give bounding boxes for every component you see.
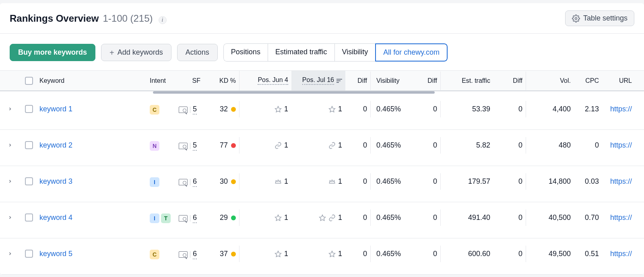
col-kd[interactable]: KD % xyxy=(204,72,239,90)
diff1-value: 0 xyxy=(345,101,370,117)
cpc-value: 0.03 xyxy=(574,173,602,190)
expand-row-icon[interactable] xyxy=(8,141,12,150)
select-all-checkbox[interactable] xyxy=(25,77,33,85)
col-visibility[interactable]: Visibility xyxy=(370,72,415,90)
diff3-value: 0 xyxy=(493,246,526,262)
intent-cell: IT xyxy=(147,209,175,227)
tab-estimated-traffic[interactable]: Estimated traffic xyxy=(268,43,334,62)
diff1-value: 0 xyxy=(345,137,370,154)
col-intent[interactable]: Intent xyxy=(147,72,175,90)
col-diff-3[interactable]: Diff xyxy=(493,72,526,90)
row-checkbox[interactable] xyxy=(25,177,33,185)
table-settings-button[interactable]: Table settings xyxy=(565,10,634,26)
cpc-value: 0.51 xyxy=(574,246,602,262)
traffic-value: 179.57 xyxy=(440,173,493,190)
expand-row-icon[interactable] xyxy=(8,105,12,113)
svg-marker-3 xyxy=(275,215,281,220)
plus-icon: + xyxy=(109,49,114,57)
crown-icon xyxy=(328,178,336,185)
view-tabs: PositionsEstimated trafficVisibilityAll … xyxy=(223,43,448,62)
row-checkbox[interactable] xyxy=(25,141,33,149)
keyword-link[interactable]: keyword 4 xyxy=(39,213,72,222)
info-icon[interactable]: i xyxy=(159,16,167,24)
pos2-value: 1 xyxy=(338,105,342,113)
horizontal-scroll-thumb[interactable] xyxy=(153,91,435,94)
star-icon xyxy=(275,214,282,222)
serp-preview-icon[interactable] xyxy=(179,179,188,185)
col-pos-jul16[interactable]: Pos. Jul 16 xyxy=(291,71,345,90)
col-sf[interactable]: SF xyxy=(175,72,204,90)
col-pos-jun4[interactable]: Pos. Jun 4 xyxy=(239,71,291,90)
row-checkbox[interactable] xyxy=(25,250,33,258)
visibility-value: 0.465% xyxy=(370,137,415,154)
visibility-value: 0.465% xyxy=(370,209,415,226)
traffic-value: 491.40 xyxy=(440,209,493,226)
intent-cell: I xyxy=(147,173,175,191)
kd-dot-icon xyxy=(231,215,236,220)
table-body: keyword 1C5321100.465%053.3904,4002.13ht… xyxy=(0,94,644,275)
sf-value: 6 xyxy=(193,177,197,187)
diff3-value: 0 xyxy=(493,209,526,226)
tab-visibility[interactable]: Visibility xyxy=(334,43,376,62)
col-cpc[interactable]: CPC xyxy=(574,72,602,90)
diff2-value: 0 xyxy=(415,209,440,226)
keyword-link[interactable]: keyword 5 xyxy=(39,250,72,258)
intent-badge-i: I xyxy=(150,213,159,223)
visibility-value: 0.465% xyxy=(370,246,415,262)
pos2-value: 1 xyxy=(338,213,342,222)
kd-dot-icon xyxy=(231,143,236,148)
svg-marker-4 xyxy=(319,215,325,220)
col-vol[interactable]: Vol. xyxy=(526,72,574,90)
svg-marker-1 xyxy=(275,106,281,112)
col-diff-2[interactable]: Diff xyxy=(415,72,440,90)
actions-button[interactable]: Actions xyxy=(177,44,218,61)
table-row: keyword 1C5321100.465%053.3904,4002.13ht… xyxy=(0,94,644,130)
traffic-value: 600.60 xyxy=(440,246,493,262)
expand-row-icon[interactable] xyxy=(8,250,12,258)
url-link[interactable]: https:// xyxy=(610,105,632,113)
link-icon xyxy=(328,142,336,149)
col-est-traffic[interactable]: Est. traffic xyxy=(440,72,493,90)
crown-icon xyxy=(275,178,282,185)
serp-preview-icon[interactable] xyxy=(179,107,188,113)
kd-dot-icon xyxy=(231,107,236,112)
intent-badge-c: C xyxy=(150,250,159,259)
expand-row-icon[interactable] xyxy=(8,177,12,186)
pos1-value: 1 xyxy=(284,250,288,258)
star-icon xyxy=(275,106,282,113)
cpc-value: 0.70 xyxy=(574,209,602,226)
kd-value: 37 xyxy=(220,250,228,258)
kd-value: 77 xyxy=(220,141,228,150)
url-link[interactable]: https:// xyxy=(610,177,632,185)
horizontal-scroll-track[interactable] xyxy=(0,91,644,94)
col-diff-1[interactable]: Diff xyxy=(345,72,370,90)
keyword-link[interactable]: keyword 1 xyxy=(39,105,72,113)
diff3-value: 0 xyxy=(493,173,526,190)
serp-preview-icon[interactable] xyxy=(179,251,188,258)
sf-value: 6 xyxy=(193,250,197,259)
col-keyword[interactable]: Keyword xyxy=(38,72,147,90)
expand-row-icon[interactable] xyxy=(8,213,12,222)
diff2-value: 0 xyxy=(415,137,440,154)
star-icon xyxy=(328,106,336,113)
col-url[interactable]: URL xyxy=(602,72,634,90)
add-keywords-button[interactable]: + Add keywords xyxy=(101,44,171,61)
keyword-link[interactable]: keyword 2 xyxy=(39,141,72,149)
row-checkbox[interactable] xyxy=(25,105,33,113)
tab-positions[interactable]: Positions xyxy=(223,43,268,62)
url-link[interactable]: https:// xyxy=(610,250,632,258)
buy-more-keywords-button[interactable]: Buy more keywords xyxy=(10,44,95,61)
row-checkbox[interactable] xyxy=(25,213,33,222)
serp-preview-icon[interactable] xyxy=(179,215,188,222)
keyword-link[interactable]: keyword 3 xyxy=(39,177,72,185)
url-link[interactable]: https:// xyxy=(610,141,632,149)
svg-point-0 xyxy=(575,17,577,19)
table: Keyword Intent SF KD % Pos. Jun 4 Pos. J… xyxy=(0,70,644,275)
kd-dot-icon xyxy=(231,252,236,256)
intent-badge-c: C xyxy=(150,105,159,115)
page-title: Rankings Overview xyxy=(10,13,99,24)
serp-preview-icon[interactable] xyxy=(179,143,188,149)
tab-all-for-chewy-com[interactable]: All for chewy.com xyxy=(375,43,448,62)
url-link[interactable]: https:// xyxy=(610,213,632,222)
vol-value: 14,800 xyxy=(526,173,574,190)
